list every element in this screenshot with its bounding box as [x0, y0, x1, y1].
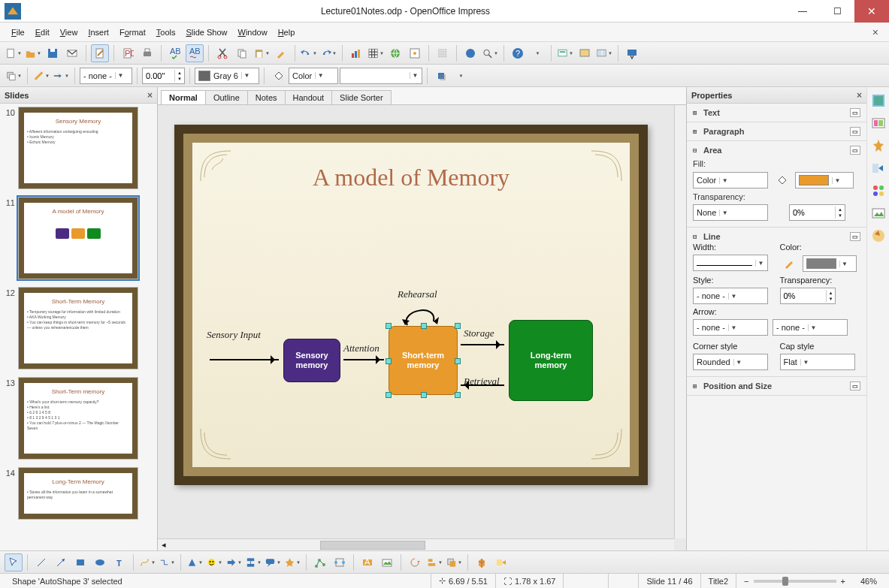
close-button[interactable]: ✕ — [854, 0, 889, 23]
connector-tool-icon[interactable]: ▼ — [158, 553, 176, 571]
section-paragraph[interactable]: ⊞Paragraph▭ — [687, 122, 866, 141]
stars-icon[interactable]: ▼ — [283, 553, 301, 571]
format-paintbrush-icon[interactable] — [272, 44, 290, 62]
tab-outline[interactable]: Outline — [205, 90, 248, 104]
rail-navigator-icon[interactable] — [871, 228, 886, 243]
label-sensory-input[interactable]: Sensory Input — [207, 329, 261, 341]
new-icon[interactable]: ▼ — [5, 44, 23, 62]
block-arrows-icon[interactable]: ▼ — [225, 553, 243, 571]
status-slide[interactable]: Slide 11 / 46 — [639, 574, 700, 588]
fill-color-select[interactable]: ▼ — [340, 68, 422, 84]
print-icon[interactable] — [138, 44, 156, 62]
toolbar-dropdown-icon[interactable]: ▼ — [528, 44, 546, 62]
points-icon[interactable] — [311, 553, 329, 571]
corner-combo[interactable]: Rounded▼ — [693, 354, 768, 370]
menu-edit[interactable]: Edit — [30, 26, 55, 39]
rail-master-icon[interactable] — [871, 116, 886, 131]
symbol-shapes-icon[interactable]: ▼ — [205, 553, 223, 571]
slide-title[interactable]: A model of Memory — [219, 164, 603, 191]
more-icon[interactable]: ▭ — [850, 146, 860, 155]
menu-format[interactable]: Format — [114, 26, 151, 39]
rail-properties-icon[interactable] — [871, 93, 886, 108]
box-sensory-memory[interactable]: Sensory memory — [283, 339, 340, 382]
transparency-mode-combo[interactable]: None▼ — [693, 204, 768, 221]
callouts-icon[interactable]: ▼ — [264, 553, 282, 571]
arrow-style-icon[interactable]: ▼ — [52, 67, 70, 85]
arrange-icon[interactable]: ▼ — [5, 67, 23, 85]
line-width-combo[interactable]: ▼ — [693, 255, 768, 271]
line-tool-icon[interactable] — [32, 553, 50, 571]
help-icon[interactable]: ? — [509, 44, 527, 62]
autospell-icon[interactable]: ABC — [186, 44, 204, 62]
rail-animation-icon[interactable] — [871, 138, 886, 153]
menu-help[interactable]: Help — [273, 26, 301, 39]
box-short-term-memory[interactable]: Short-term memory — [389, 326, 458, 395]
slide-thumb[interactable]: 13 Short-Term memory • What's your short… — [3, 377, 154, 460]
ellipse-tool-icon[interactable] — [91, 553, 109, 571]
slide-thumb[interactable]: 12 Short-Term Memory • Temporary storage… — [3, 287, 154, 369]
basic-shapes-icon[interactable]: ▼ — [186, 553, 204, 571]
section-position-size[interactable]: ⊞Position and Size▭ — [687, 377, 866, 396]
horizontal-scrollbar[interactable]: ◂ — [158, 538, 674, 550]
more-icon[interactable]: ▭ — [850, 127, 860, 136]
open-icon[interactable]: ▼ — [24, 44, 42, 62]
rail-gallery-icon[interactable] — [871, 206, 886, 221]
menu-view[interactable]: View — [55, 26, 83, 39]
line-style-combo[interactable]: - none -▼ — [693, 288, 768, 304]
vertical-scrollbar[interactable] — [674, 105, 686, 538]
slide-thumb[interactable]: 11 A model of Memory — [3, 197, 154, 279]
table-icon[interactable]: ▼ — [367, 44, 385, 62]
properties-close-icon[interactable]: × — [857, 90, 862, 101]
text-tool-icon[interactable]: T — [110, 553, 129, 571]
paste-icon[interactable]: ▼ — [252, 44, 271, 62]
label-storage[interactable]: Storage — [464, 327, 494, 339]
interaction-icon[interactable] — [492, 553, 510, 571]
arrow[interactable] — [461, 344, 504, 345]
toolbar2-dropdown-icon[interactable]: ▼ — [452, 67, 470, 85]
gluepoints-icon[interactable] — [331, 553, 349, 571]
curve-tool-icon[interactable]: ▼ — [138, 553, 156, 571]
rect-tool-icon[interactable] — [71, 553, 89, 571]
grid-icon[interactable] — [434, 44, 452, 62]
from-file-icon[interactable] — [378, 553, 396, 571]
rail-transition-icon[interactable] — [871, 161, 886, 176]
tab-slidesorter[interactable]: Slide Sorter — [331, 90, 391, 104]
menu-slideshow[interactable]: Slide Show — [180, 26, 232, 39]
line-transp-spinner[interactable]: ▲▼ — [780, 288, 836, 304]
slide-icon[interactable]: ▼ — [556, 44, 574, 62]
tab-notes[interactable]: Notes — [247, 90, 286, 104]
arrow[interactable] — [343, 359, 384, 360]
menu-tools[interactable]: Tools — [151, 26, 181, 39]
slide-layout-icon[interactable]: ▼ — [595, 44, 613, 62]
extrusion-icon[interactable] — [473, 553, 491, 571]
arrange2-icon[interactable]: ▼ — [445, 553, 463, 571]
more-icon[interactable]: ▭ — [850, 108, 860, 117]
line-color-icon[interactable]: ▼ — [32, 67, 50, 85]
copy-icon[interactable] — [233, 44, 251, 62]
zoom-slider[interactable] — [754, 580, 836, 583]
redo-icon[interactable]: ▼ — [319, 44, 337, 62]
tab-handout[interactable]: Handout — [285, 90, 333, 104]
zoom-icon[interactable]: ▼ — [481, 44, 499, 62]
zoom-control[interactable]: −+ — [736, 574, 853, 588]
slides-panel-close-icon[interactable]: × — [147, 90, 153, 101]
status-master[interactable]: Title2 — [701, 574, 737, 588]
box-long-term-memory[interactable]: Long-term memory — [509, 320, 593, 401]
line-color-combo[interactable]: ▼ — [803, 255, 857, 272]
fill-mode-combo[interactable]: Color▼ — [693, 172, 768, 188]
slide[interactable]: A model of Memory Sensory Input Attentio… — [174, 125, 648, 485]
fill-bucket-icon[interactable] — [773, 171, 791, 189]
flowchart-icon[interactable]: ▼ — [244, 553, 262, 571]
line-style-select[interactable]: - none -▼ — [80, 68, 132, 84]
rail-styles-icon[interactable] — [871, 183, 886, 198]
more-icon[interactable]: ▭ — [850, 232, 860, 241]
zoom-world-icon[interactable] — [461, 44, 479, 62]
hyperlink-icon[interactable] — [386, 44, 404, 62]
arrow-start-combo[interactable]: - none -▼ — [693, 319, 768, 336]
slide-design-icon[interactable] — [576, 44, 594, 62]
fontwork-icon[interactable]: A — [358, 553, 376, 571]
maximize-button[interactable]: ☐ — [820, 0, 854, 23]
slide-thumb[interactable]: 10 Sensory Memory • Afferent information… — [3, 107, 154, 189]
more-icon[interactable]: ▭ — [850, 381, 860, 390]
cut-icon[interactable] — [213, 44, 231, 62]
